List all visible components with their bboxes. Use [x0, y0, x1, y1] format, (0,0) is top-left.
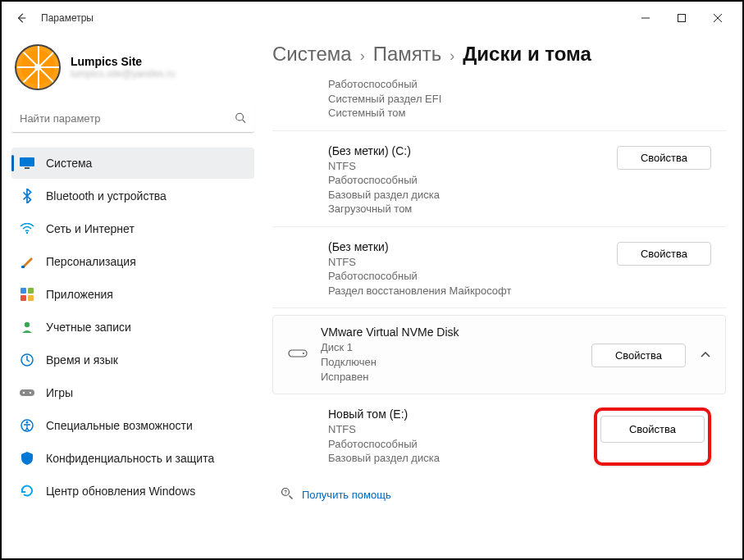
nav-item-gaming[interactable]: Игры: [11, 377, 254, 408]
disk-meta: Диск 1 Подключен Исправен: [321, 340, 591, 384]
nav-label: Центр обновления Windows: [46, 485, 195, 498]
nav-list: Система Bluetooth и устройства Сеть и Ин…: [11, 148, 254, 507]
disk-icon: [288, 348, 308, 362]
nav-label: Система: [46, 157, 92, 170]
volume-meta: Работоспособный Системный раздел EFI Сис…: [328, 77, 711, 121]
nav-label: Время и язык: [46, 353, 118, 367]
nav-item-time-language[interactable]: Время и язык: [11, 344, 254, 376]
brush-icon: [20, 254, 34, 269]
page-title: Диски и тома: [463, 43, 591, 66]
wifi-icon: [20, 221, 34, 236]
properties-button-highlighted[interactable]: Свойства: [600, 416, 705, 443]
nav-label: Приложения: [46, 288, 113, 301]
svg-rect-11: [28, 288, 34, 294]
svg-line-5: [243, 120, 246, 123]
sidebar: Lumpics Site lumpics.site@yandex.ru Сист…: [2, 34, 264, 558]
volume-title: Новый том (E:): [328, 407, 594, 421]
svg-rect-13: [28, 295, 34, 301]
volume-item[interactable]: (Без метки) (C:) NTFS Работоспособный Ба…: [272, 134, 726, 227]
nav-item-personalization[interactable]: Персонализация: [11, 246, 254, 277]
volume-item[interactable]: Работоспособный Системный раздел EFI Сис…: [272, 77, 726, 131]
breadcrumb-storage[interactable]: Память: [373, 43, 442, 66]
search-input[interactable]: [11, 105, 254, 133]
search-icon: [235, 112, 246, 126]
search-box: [11, 105, 254, 133]
apps-icon: [20, 287, 34, 302]
nav-item-system[interactable]: Система: [11, 148, 254, 179]
nav-label: Bluetooth и устройства: [46, 189, 167, 203]
nav-label: Учетные записи: [46, 321, 131, 334]
volume-meta: NTFS Работоспособный Базовый раздел диск…: [328, 422, 594, 466]
nav-label: Сеть и Интернет: [46, 222, 135, 235]
nav-label: Конфиденциальность и защита: [46, 452, 214, 465]
svg-rect-12: [21, 295, 26, 301]
properties-button[interactable]: Свойства: [591, 344, 686, 367]
svg-rect-1: [678, 15, 686, 22]
help-row: Получить помощь: [272, 487, 726, 503]
main-content: Система › Память › Диски и тома Работосп…: [264, 34, 742, 558]
nav-label: Специальные возможности: [46, 419, 193, 432]
svg-point-14: [25, 322, 30, 327]
nav-item-windows-update[interactable]: Центр обновления Windows: [11, 476, 254, 507]
svg-point-24: [285, 494, 285, 494]
highlight-box: Свойства: [594, 407, 711, 466]
disk-title: VMware Virtual NVMe Disk: [321, 326, 591, 339]
svg-point-22: [303, 353, 304, 354]
nav-item-network[interactable]: Сеть и Интернет: [11, 213, 254, 244]
volume-item[interactable]: (Без метки) NTFS Работоспособный Раздел …: [272, 230, 726, 309]
volume-title: (Без метки): [328, 240, 617, 253]
svg-rect-9: [21, 266, 25, 268]
properties-button[interactable]: Свойства: [617, 146, 711, 170]
properties-button[interactable]: Свойства: [617, 242, 711, 266]
svg-rect-10: [21, 288, 26, 294]
disk-item[interactable]: VMware Virtual NVMe Disk Диск 1 Подключе…: [272, 315, 726, 394]
breadcrumb: Система › Память › Диски и тома: [272, 43, 726, 66]
close-button[interactable]: [700, 5, 736, 31]
svg-point-4: [236, 113, 244, 121]
maximize-button[interactable]: [664, 5, 700, 31]
chevron-up-icon[interactable]: [701, 349, 710, 361]
nav-item-apps[interactable]: Приложения: [11, 279, 254, 310]
accessibility-icon: [20, 418, 34, 433]
nav-label: Персонализация: [46, 255, 136, 268]
bluetooth-icon: [20, 189, 34, 203]
avatar: [15, 44, 61, 90]
svg-rect-7: [25, 167, 30, 169]
volume-meta: NTFS Работоспособный Базовый раздел диск…: [328, 159, 617, 216]
volume-title: (Без метки) (C:): [328, 144, 617, 157]
nav-item-privacy[interactable]: Конфиденциальность и защита: [11, 443, 254, 474]
chevron-right-icon: ›: [450, 48, 454, 65]
volume-list: Работоспособный Системный раздел EFI Сис…: [272, 77, 726, 476]
person-icon: [20, 320, 34, 335]
volume-item[interactable]: Новый том (E:) NTFS Работоспособный Базо…: [272, 398, 726, 476]
profile-name: Lumpics Site: [71, 55, 176, 68]
titlebar: Параметры: [2, 2, 742, 34]
volume-meta: NTFS Работоспособный Раздел восстановлен…: [328, 255, 617, 298]
help-link[interactable]: Получить помощь: [302, 489, 391, 501]
svg-point-8: [26, 232, 28, 234]
window-title: Параметры: [41, 12, 94, 24]
svg-point-18: [30, 392, 31, 394]
svg-rect-6: [20, 157, 34, 166]
nav-item-accessibility[interactable]: Специальные возможности: [11, 410, 254, 441]
shield-icon: [20, 451, 34, 466]
breadcrumb-system[interactable]: Система: [272, 43, 352, 66]
minimize-button[interactable]: [628, 5, 664, 31]
nav-label: Игры: [46, 386, 73, 399]
help-icon: [281, 487, 294, 503]
profile-email: lumpics.site@yandex.ru: [71, 68, 176, 80]
monitor-icon: [20, 156, 34, 171]
arrow-left-icon: [16, 12, 27, 24]
update-icon: [20, 484, 34, 499]
profile[interactable]: Lumpics Site lumpics.site@yandex.ru: [11, 44, 254, 90]
gamepad-icon: [20, 385, 34, 400]
clock-globe-icon: [20, 353, 34, 367]
chevron-right-icon: ›: [360, 48, 365, 65]
svg-point-17: [23, 392, 25, 394]
svg-rect-16: [20, 389, 34, 396]
nav-item-bluetooth[interactable]: Bluetooth и устройства: [11, 180, 254, 212]
nav-item-accounts[interactable]: Учетные записи: [11, 312, 254, 343]
svg-point-20: [26, 421, 29, 424]
back-button[interactable]: [8, 5, 34, 31]
